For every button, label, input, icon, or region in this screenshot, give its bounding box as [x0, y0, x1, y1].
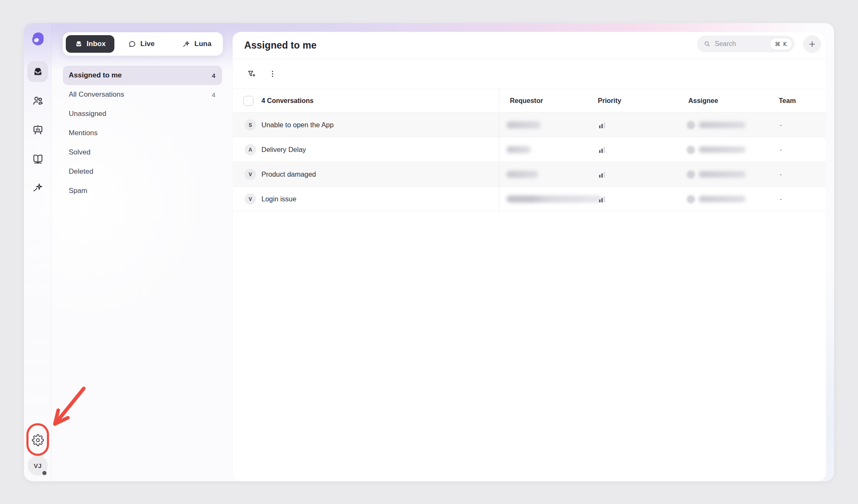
- sidebar-item-unassigned[interactable]: Unassigned: [63, 104, 222, 123]
- assignee-name-redacted: [699, 122, 746, 128]
- column-header-assignee: Assignee: [688, 97, 718, 105]
- inbox-icon: [32, 66, 44, 78]
- conversation-table: S Unable to open the App - A Delivery De…: [233, 113, 826, 211]
- tab-label: Live: [140, 40, 155, 48]
- priority-bars-icon: [599, 195, 606, 203]
- presentation-chart-icon: [32, 124, 44, 136]
- sidebar-item-mentions[interactable]: Mentions: [63, 123, 222, 143]
- folder-label: Solved: [69, 148, 90, 157]
- priority-bars-icon: [599, 170, 606, 178]
- add-filter-button[interactable]: [243, 66, 260, 82]
- folder-label: Spam: [69, 187, 87, 195]
- folder-label: Mentions: [69, 129, 98, 137]
- assignee-avatar-redacted: [687, 121, 695, 129]
- app-window: VJ Inbox Live Luna: [24, 23, 834, 481]
- conversation-subject: Unable to open the App: [261, 113, 333, 137]
- conversation-subject: Product damaged: [261, 162, 316, 187]
- sidebar-item-deleted[interactable]: Deleted: [63, 162, 222, 181]
- sidebar-item-spam[interactable]: Spam: [63, 181, 222, 201]
- sparkle-icon: [182, 40, 191, 49]
- more-options-button[interactable]: [264, 66, 281, 82]
- requestor-initial-badge: V: [245, 193, 256, 205]
- rail-reports-button[interactable]: [27, 119, 48, 140]
- tab-inbox[interactable]: Inbox: [66, 35, 114, 53]
- team-value: -: [780, 137, 782, 162]
- tab-label: Luna: [194, 40, 212, 48]
- kebab-menu-icon: [268, 69, 277, 79]
- sparkle-icon: [32, 182, 44, 194]
- table-header: 4 Conversations Requestor Priority Assig…: [233, 89, 826, 113]
- inbox-icon: [75, 40, 83, 48]
- page-background: VJ Inbox Live Luna: [0, 0, 858, 504]
- search-icon: [703, 40, 711, 48]
- folder-list: Assigned to me 4 All Conversations 4 Una…: [63, 66, 222, 201]
- folder-label: Deleted: [69, 167, 93, 176]
- tab-live[interactable]: Live: [128, 32, 155, 56]
- table-row[interactable]: S Unable to open the App -: [233, 113, 826, 137]
- people-icon: [32, 95, 44, 107]
- rail-luna-button[interactable]: [27, 177, 48, 198]
- sidebar-item-solved[interactable]: Solved: [63, 143, 222, 162]
- table-row[interactable]: V Login issue -: [233, 187, 826, 211]
- team-value: -: [780, 162, 782, 187]
- table-row[interactable]: V Product damaged -: [233, 162, 826, 187]
- funnel-plus-icon: [247, 69, 256, 79]
- priority-bars-icon: [599, 146, 606, 154]
- conversation-count: 4 Conversations: [261, 97, 313, 105]
- assignee-avatar-redacted: [687, 170, 695, 179]
- assignee-name-redacted: [699, 196, 746, 202]
- folder-label: Unassigned: [69, 110, 106, 118]
- sidebar-item-all-conversations[interactable]: All Conversations 4: [63, 85, 222, 104]
- column-header-priority: Priority: [598, 97, 621, 105]
- requestor-redacted: [507, 146, 531, 153]
- sidebar-item-assigned-to-me[interactable]: Assigned to me 4: [63, 66, 222, 85]
- assignee-avatar-redacted: [687, 146, 695, 154]
- assignee-name-redacted: [699, 171, 746, 177]
- requestor-redacted: [507, 195, 602, 203]
- search-placeholder: Search: [715, 40, 736, 48]
- icon-rail: VJ: [24, 23, 52, 481]
- rail-knowledge-base-button[interactable]: [27, 148, 48, 169]
- assignee-avatar-redacted: [687, 195, 695, 203]
- tab-label: Inbox: [87, 40, 106, 48]
- column-header-requestor: Requestor: [510, 97, 543, 105]
- column-separator: [499, 89, 499, 211]
- open-book-icon: [32, 153, 44, 165]
- select-all-checkbox[interactable]: [243, 96, 253, 106]
- plus-icon: [808, 40, 816, 48]
- filter-toolbar: [233, 59, 826, 89]
- new-conversation-button[interactable]: [803, 35, 821, 53]
- status-dot: [41, 470, 47, 476]
- settings-button[interactable]: [27, 429, 48, 450]
- requestor-initial-badge: S: [245, 119, 256, 131]
- team-value: -: [780, 187, 782, 211]
- chat-bubble-icon: [128, 40, 137, 49]
- conversation-subject: Login issue: [261, 187, 296, 211]
- column-header-team: Team: [779, 97, 796, 105]
- rail-contacts-button[interactable]: [27, 90, 48, 111]
- folder-count: 4: [212, 91, 215, 98]
- requestor-redacted: [507, 121, 541, 129]
- search-shortcut-badge: ⌘ K: [770, 38, 792, 50]
- conversation-sidebar: Inbox Live Luna Assigned to me 4 All Con…: [52, 23, 233, 481]
- brand-logo[interactable]: [29, 30, 47, 47]
- workspace-tabbar: Inbox Live Luna: [63, 32, 223, 56]
- team-value: -: [780, 113, 782, 137]
- tab-luna[interactable]: Luna: [182, 32, 212, 56]
- priority-bars-icon: [599, 121, 606, 129]
- requestor-initial-badge: V: [245, 169, 256, 180]
- search-input[interactable]: Search ⌘ K: [697, 36, 794, 52]
- folder-count: 4: [212, 72, 215, 79]
- table-row[interactable]: A Delivery Delay -: [233, 137, 826, 162]
- assignee-name-redacted: [699, 147, 746, 153]
- folder-label: All Conversations: [69, 90, 124, 99]
- rail-inbox-button[interactable]: [27, 61, 48, 82]
- main-header: Assigned to me Search ⌘ K: [233, 32, 826, 59]
- folder-label: Assigned to me: [69, 71, 122, 80]
- gear-icon: [32, 434, 44, 446]
- conversation-subject: Delivery Delay: [261, 137, 306, 162]
- requestor-initial-badge: A: [245, 144, 256, 155]
- requestor-redacted: [507, 171, 538, 178]
- page-title: Assigned to me: [244, 40, 317, 51]
- main-panel: Assigned to me Search ⌘ K: [233, 32, 826, 481]
